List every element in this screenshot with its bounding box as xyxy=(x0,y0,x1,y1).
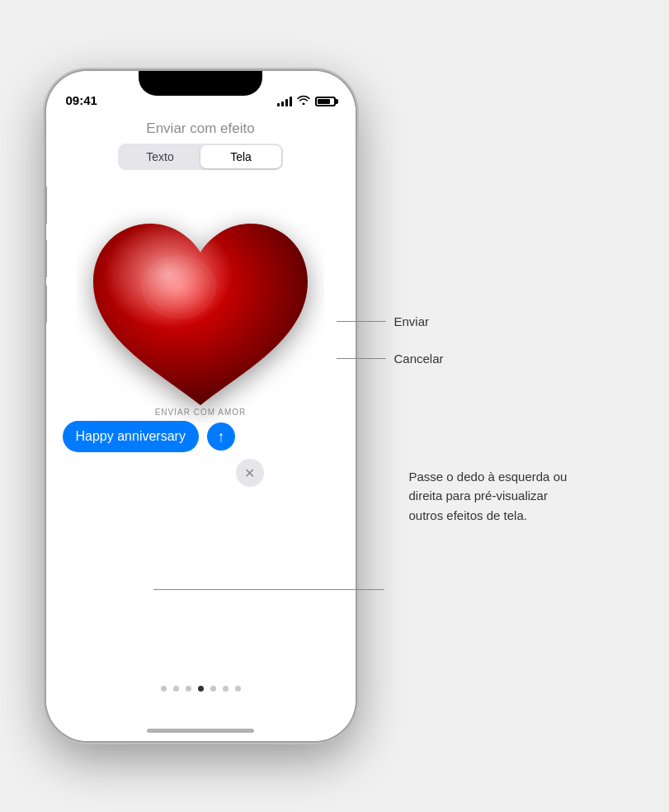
annotation-text-enviar: Enviar xyxy=(386,314,430,328)
tabs-container: Texto Tela xyxy=(118,144,283,170)
close-icon: ✕ xyxy=(244,465,255,481)
annotation-line-enviar xyxy=(337,321,386,322)
tab-tela[interactable]: Tela xyxy=(200,145,281,168)
status-icons xyxy=(277,95,336,107)
battery-icon xyxy=(315,97,336,106)
dots-annotation-line xyxy=(153,589,384,590)
cancel-button[interactable]: ✕ xyxy=(236,459,264,487)
screen: 09:41 xyxy=(46,71,356,741)
annotation-line-cancelar xyxy=(337,358,386,359)
send-button[interactable]: ↑ xyxy=(207,423,235,451)
send-arrow-icon: ↑ xyxy=(217,429,224,444)
page-dots xyxy=(46,686,356,692)
wifi-icon xyxy=(297,95,310,107)
dot-3 xyxy=(186,686,191,692)
notch xyxy=(139,71,262,96)
annotation-text-cancelar: Cancelar xyxy=(386,352,444,366)
annotation-cancelar: Cancelar xyxy=(337,352,444,366)
dot-6 xyxy=(223,686,228,692)
dot-2 xyxy=(173,686,179,692)
header: Enviar com efeito xyxy=(46,120,356,137)
tab-texto[interactable]: Texto xyxy=(120,145,200,168)
send-with-love-label: ENVIAR COM AMOR xyxy=(46,408,356,417)
dot-4 xyxy=(198,686,204,692)
dot-1 xyxy=(161,686,167,692)
status-time: 09:41 xyxy=(66,93,97,107)
header-title: Enviar com efeito xyxy=(146,120,254,136)
message-bubble: Happy anniversary xyxy=(63,421,199,452)
annotation-enviar: Enviar xyxy=(337,314,430,328)
home-indicator xyxy=(147,729,254,733)
dots-connector-line xyxy=(153,589,384,590)
phone-frame: 09:41 xyxy=(46,71,356,741)
message-area: Happy anniversary ↑ xyxy=(63,421,339,452)
annotation-bottom-note: Passe o dedo à esquerda ou direita para … xyxy=(409,467,574,525)
cancel-area: ✕ xyxy=(63,459,339,487)
signal-icon xyxy=(277,97,292,106)
heart-image xyxy=(77,191,324,438)
dot-5 xyxy=(210,686,216,692)
dot-7 xyxy=(235,686,241,692)
